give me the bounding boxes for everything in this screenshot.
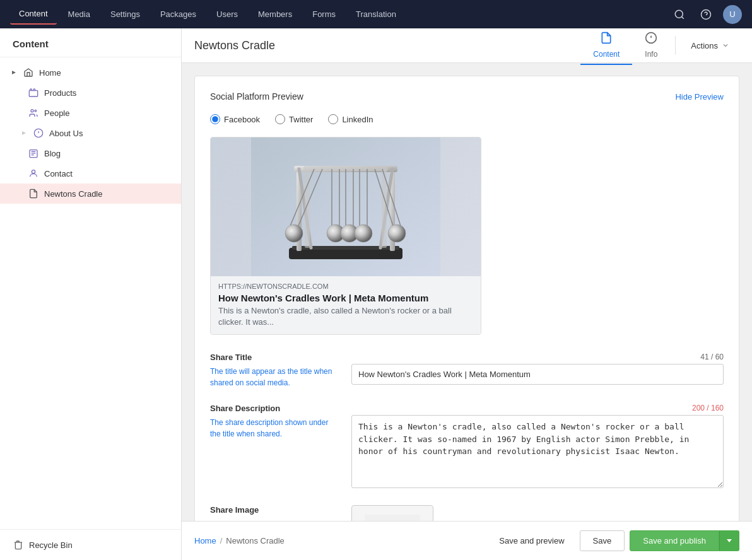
user-avatar[interactable]: U [723, 5, 742, 24]
share-title-input-col: 41 / 60 [351, 353, 724, 388]
fb-preview-info: HTTPS://NEWTONSCRADLE.COM How Newton's C… [211, 276, 481, 334]
cradle-illustration [251, 137, 440, 276]
nav-translation[interactable]: Translation [347, 4, 405, 24]
sidebar: Content Home [0, 28, 182, 560]
tab-content-label: Content [593, 50, 620, 59]
sidebar-header: Content [0, 28, 181, 57]
breadcrumb-separator: / [220, 536, 223, 545]
svg-marker-61 [727, 539, 732, 542]
chevron-down-icon [726, 537, 732, 544]
social-preview-title: Social Platform Preview [210, 91, 303, 102]
sidebar-item-blog[interactable]: Blog [0, 143, 181, 163]
share-desc-input-col: 200 / 160 This is a Newton's cradle, als… [351, 404, 724, 490]
tab-info[interactable]: Info [632, 28, 670, 65]
share-image-input-col [351, 505, 724, 521]
about-icon [33, 127, 44, 139]
content-header: Content Info Actions [182, 28, 752, 63]
radio-twitter-input[interactable] [275, 114, 285, 124]
share-desc-counter: 200 / 160 [351, 404, 724, 412]
sidebar-item-home-label: Home [39, 68, 61, 78]
share-image-box[interactable] [351, 505, 433, 521]
nav-users[interactable]: Users [208, 4, 247, 24]
sidebar-item-products-label: Products [44, 88, 76, 98]
tab-content[interactable]: Content [580, 28, 632, 65]
sidebar-item-products[interactable]: Products [0, 83, 181, 103]
nav-settings[interactable]: Settings [102, 4, 149, 24]
actions-label: Actions [691, 41, 718, 50]
sidebar-item-recycle[interactable]: Recycle Bin [0, 535, 181, 555]
blog-icon [28, 148, 39, 159]
radio-linkedin-label: LinkedIn [342, 115, 373, 124]
home-icon [23, 67, 34, 78]
radio-linkedin[interactable]: LinkedIn [328, 114, 373, 124]
sidebar-item-contact[interactable]: Contact [0, 163, 181, 184]
svg-rect-5 [29, 91, 37, 96]
tab-info-label: Info [645, 50, 657, 59]
recycle-bin-icon [13, 539, 24, 551]
social-preview-header: Social Platform Preview Hide Preview [210, 91, 724, 102]
share-image-thumbnail [364, 515, 421, 521]
share-desc-label: Share Description [210, 404, 336, 413]
sidebar-tree: Home Products [0, 57, 181, 529]
sidebar-bottom: Recycle Bin [0, 529, 181, 560]
sidebar-item-about[interactable]: About Us [0, 123, 181, 143]
svg-point-0 [675, 10, 683, 18]
hide-preview-link[interactable]: Hide Preview [675, 92, 724, 102]
radio-facebook[interactable]: Facebook [210, 114, 260, 124]
page-title-input[interactable] [194, 39, 570, 52]
svg-point-45 [388, 225, 406, 242]
sidebar-item-people-label: People [44, 108, 69, 118]
fb-preview-desc: This is a Newton's cradle, also called a… [218, 305, 473, 328]
sidebar-item-home[interactable]: Home [0, 62, 181, 83]
share-desc-label-col: Share Description The share description … [210, 404, 336, 490]
fb-preview-image [211, 137, 481, 276]
facebook-preview-box: HTTPS://NEWTONSCRADLE.COM How Newton's C… [210, 137, 481, 335]
save-button[interactable]: Save [580, 530, 625, 551]
svg-point-33 [285, 225, 303, 242]
save-publish-button[interactable]: Save and publish [630, 530, 719, 551]
svg-point-16 [32, 170, 35, 173]
radio-facebook-label: Facebook [224, 115, 260, 124]
fb-preview-name: How Newton's Cradles Work | Meta Momentu… [218, 293, 473, 303]
nav-members[interactable]: Members [249, 4, 301, 24]
people-icon [28, 107, 39, 119]
radio-twitter[interactable]: Twitter [275, 114, 313, 124]
nav-content[interactable]: Content [10, 4, 57, 25]
actions-button[interactable]: Actions [681, 36, 739, 55]
radio-linkedin-input[interactable] [328, 114, 338, 124]
breadcrumb-home-link[interactable]: Home [194, 536, 216, 545]
share-title-input[interactable] [351, 364, 724, 385]
expand-arrow-about[interactable] [20, 129, 28, 137]
products-icon [28, 87, 39, 98]
help-icon[interactable] [696, 5, 715, 24]
nav-packages[interactable]: Packages [151, 4, 205, 24]
search-icon[interactable] [670, 5, 689, 24]
contact-icon [28, 168, 39, 179]
share-description-textarea[interactable]: This is a Newton's cradle, also called a… [351, 415, 724, 488]
form-section: Share Title The title will appear as the… [210, 353, 724, 521]
svg-point-42 [355, 225, 372, 242]
share-description-row: Share Description The share description … [210, 404, 724, 490]
radio-facebook-input[interactable] [210, 114, 220, 124]
share-image-label-col: Share Image [210, 505, 336, 521]
expand-arrow-home[interactable] [10, 69, 18, 76]
content-footer: Home / Newtons Cradle Save and preview S… [182, 521, 752, 560]
share-title-help: The title will appear as the title when … [210, 366, 336, 388]
save-preview-button[interactable]: Save and preview [489, 531, 574, 551]
footer-actions: Save and preview Save Save and publish [489, 530, 739, 551]
share-title-counter: 41 / 60 [351, 353, 724, 361]
sidebar-item-newtons-label: Newtons Cradle [44, 189, 103, 199]
header-tabs: Content Info Actions [580, 28, 739, 65]
top-nav: Content Media Settings Packages Users Me… [0, 0, 752, 28]
radio-group: Facebook Twitter LinkedIn [210, 114, 724, 124]
sidebar-item-newtons-cradle[interactable]: Newtons Cradle [0, 184, 181, 204]
nav-media[interactable]: Media [59, 4, 99, 24]
sidebar-item-people[interactable]: People [0, 103, 181, 123]
publish-arrow-button[interactable] [719, 530, 739, 551]
nav-forms[interactable]: Forms [303, 4, 344, 24]
breadcrumb-current: Newtons Cradle [226, 536, 285, 545]
content-tab-icon [600, 32, 613, 47]
chevron-down-icon [722, 42, 729, 49]
sidebar-item-about-label: About Us [49, 129, 83, 138]
sidebar-item-blog-label: Blog [44, 149, 61, 158]
